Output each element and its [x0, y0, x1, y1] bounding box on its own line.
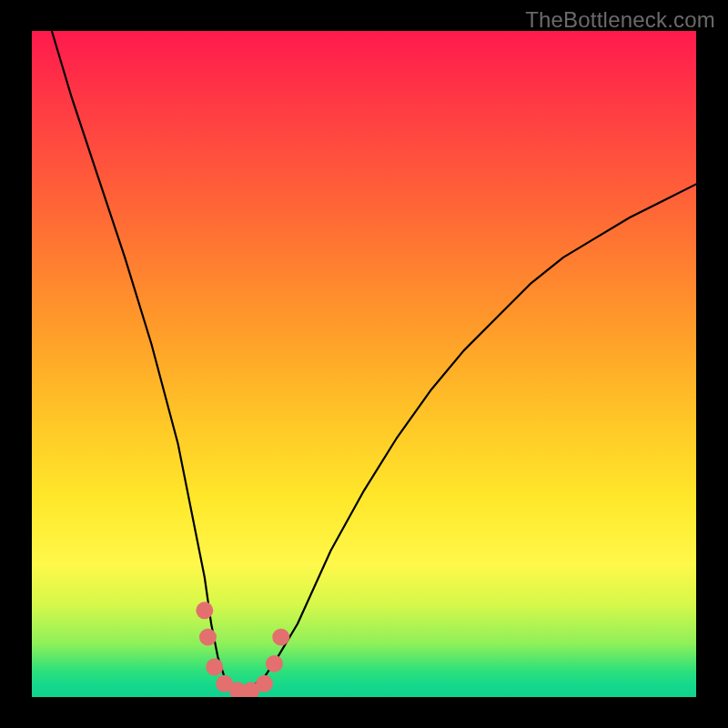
bottleneck-curve	[52, 31, 696, 691]
marker-dot	[266, 655, 283, 672]
plot-svg	[32, 31, 696, 697]
watermark-text: TheBottleneck.com	[525, 7, 715, 33]
bottom-markers	[196, 602, 289, 697]
marker-dot	[206, 659, 223, 676]
marker-dot	[199, 629, 217, 646]
marker-dot	[196, 602, 213, 619]
chart-frame: TheBottleneck.com	[0, 0, 728, 728]
marker-dot	[272, 629, 289, 646]
marker-dot	[256, 675, 273, 693]
